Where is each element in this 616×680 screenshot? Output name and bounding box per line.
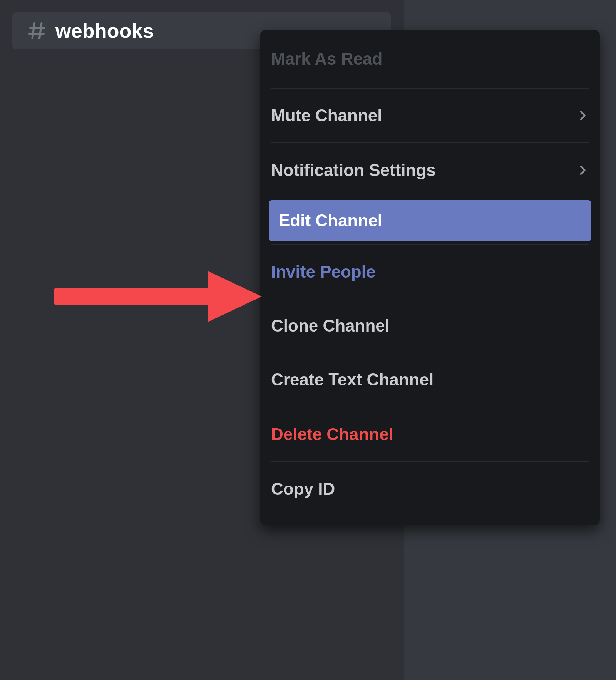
menu-label: Mark As Read — [271, 49, 382, 69]
menu-label: Clone Channel — [271, 316, 390, 335]
menu-label: Invite People — [271, 262, 375, 281]
context-menu-item-copy-id[interactable]: Copy ID — [271, 462, 589, 516]
context-menu-item-invite-people[interactable]: Invite People — [271, 245, 589, 299]
menu-label: Delete Channel — [271, 425, 393, 444]
menu-label: Notification Settings — [271, 161, 436, 180]
context-menu-item-mark-as-read: Mark As Read — [271, 30, 589, 88]
channel-name: webhooks — [55, 19, 154, 42]
context-menu-item-create-text-channel[interactable]: Create Text Channel — [271, 353, 589, 407]
context-menu-item-delete-channel[interactable]: Delete Channel — [271, 407, 589, 461]
context-menu-item-clone-channel[interactable]: Clone Channel — [271, 299, 589, 353]
context-menu-item-edit-channel[interactable]: Edit Channel — [269, 200, 591, 241]
channel-context-menu: Mark As Read Mute Channel Notification S… — [260, 30, 600, 525]
svg-marker-1 — [208, 271, 262, 322]
annotation-arrow — [54, 266, 262, 329]
menu-label: Mute Channel — [271, 106, 382, 125]
context-menu-item-notification-settings[interactable]: Notification Settings — [271, 143, 589, 197]
screenshot-root: o a webhooks Mark As Read Mute Channel N… — [0, 0, 616, 680]
chevron-right-icon — [576, 164, 589, 177]
hash-icon — [27, 21, 47, 41]
chevron-right-icon — [576, 109, 589, 122]
menu-label: Copy ID — [271, 479, 335, 499]
menu-label: Create Text Channel — [271, 370, 434, 389]
context-menu-item-mute-channel[interactable]: Mute Channel — [271, 89, 589, 142]
menu-label: Edit Channel — [279, 211, 382, 230]
